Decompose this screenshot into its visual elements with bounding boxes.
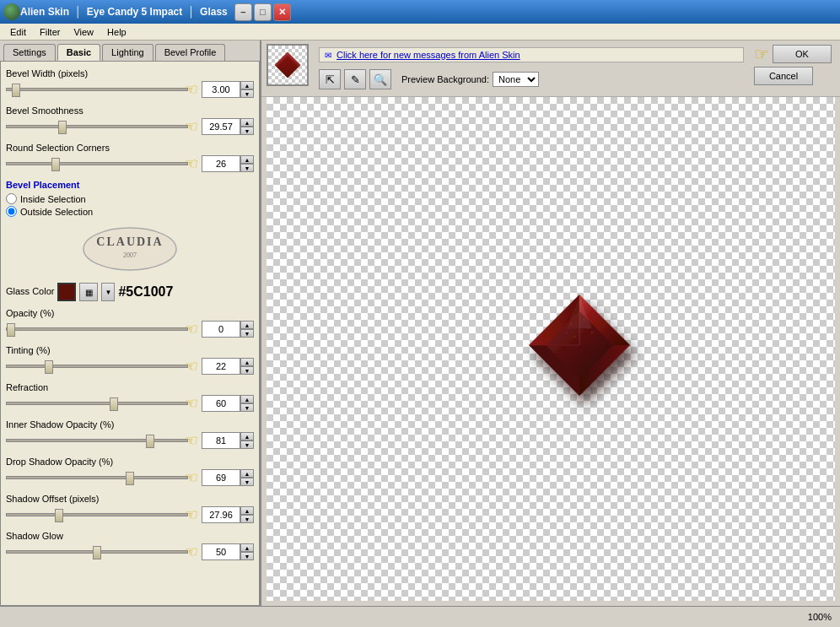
bevel-width-down[interactable]: ▼	[240, 89, 254, 98]
bevel-smoothness-input[interactable]: 29.57	[202, 118, 240, 135]
preview-toolbar: ⇱ ✎ 🔍 Preview Background: None Black Whi…	[314, 66, 749, 93]
shadow-offset-up[interactable]: ▲	[240, 506, 254, 515]
refraction-down[interactable]: ▼	[240, 403, 254, 412]
bevel-smoothness-spinner: 29.57 ▲ ▼	[202, 118, 254, 135]
shadow-glow-up[interactable]: ▲	[240, 543, 254, 552]
glass-color-grid-button[interactable]: ▦	[79, 283, 98, 301]
shadow-glow-input[interactable]: 50	[202, 543, 240, 560]
glass-color-dropdown[interactable]: ▼	[101, 283, 115, 301]
bevel-smoothness-down[interactable]: ▼	[240, 127, 254, 135]
outside-selection-row: Outside Selection	[6, 206, 254, 217]
drop-shadow-up[interactable]: ▲	[240, 469, 254, 478]
opacity-down[interactable]: ▼	[240, 329, 254, 338]
zoom-fit-button[interactable]: ⇱	[319, 69, 341, 89]
gem-preview	[512, 282, 647, 417]
ok-cursor-icon: ☞	[754, 44, 769, 64]
inner-shadow-cursor-icon: ☞	[185, 431, 198, 450]
ok-cancel-buttons: ☞ OK Cancel	[754, 44, 832, 85]
round-corners-row: Round Selection Corners ☞ 26 ▲ ▼	[6, 143, 254, 173]
tab-bar: Settings Basic Lighting Bevel Profile	[0, 41, 260, 61]
shadow-offset-slider[interactable]	[6, 508, 188, 522]
outside-selection-radio[interactable]	[6, 206, 17, 217]
messages-link[interactable]: Click here for new messages from Alien S…	[337, 50, 520, 60]
opacity-slider[interactable]	[6, 322, 188, 336]
shadow-glow-spinner: 50 ▲ ▼	[202, 543, 254, 560]
shadow-offset-row: Shadow Offset (pixels) ☞ 27.96 ▲ ▼	[6, 494, 254, 524]
opacity-row: Opacity (%) ☞ 0 ▲ ▼	[6, 308, 254, 338]
svg-point-14	[565, 331, 568, 333]
round-corners-input[interactable]: 26	[202, 155, 240, 172]
bevel-width-slider[interactable]	[6, 83, 188, 96]
refraction-input[interactable]: 60	[202, 395, 240, 412]
refraction-slider[interactable]	[6, 397, 188, 410]
menu-edit[interactable]: Edit	[3, 25, 33, 39]
refraction-up[interactable]: ▲	[240, 395, 254, 403]
inner-shadow-row: Inner Shadow Opacity (%) ☞ 81 ▲ ▼	[6, 419, 254, 450]
close-button[interactable]: ✕	[273, 3, 291, 21]
shadow-glow-down[interactable]: ▼	[240, 552, 254, 560]
zoom-tool-button[interactable]: 🔍	[369, 69, 391, 89]
minimize-button[interactable]: –	[234, 3, 252, 21]
bevel-smoothness-up[interactable]: ▲	[240, 118, 254, 127]
preview-canvas	[267, 97, 835, 601]
preview-thumbnail	[267, 44, 309, 86]
tinting-cursor-icon: ☞	[185, 357, 198, 376]
bevel-width-cursor-icon: ☞	[185, 80, 198, 99]
refraction-cursor-icon: ☞	[185, 394, 198, 413]
tinting-spinner: 22 ▲ ▼	[202, 358, 254, 375]
drop-shadow-input[interactable]: 69	[202, 469, 240, 486]
panel-content: Bevel Width (pixels) ☞ 3.00 ▲ ▼ Bevel Sm…	[0, 61, 260, 606]
pan-tool-button[interactable]: ✎	[344, 69, 366, 89]
tab-bevel-profile[interactable]: Bevel Profile	[155, 44, 226, 61]
ok-button[interactable]: OK	[773, 45, 832, 63]
round-corners-slider[interactable]	[6, 157, 188, 170]
zoom-level: 100%	[808, 612, 832, 622]
bevel-width-input[interactable]: 3.00	[202, 81, 240, 98]
glass-color-hex: #5C1007	[118, 284, 173, 300]
title-text: Alien Skin │ Eye Candy 5 Impact │ Glass	[20, 6, 228, 18]
tinting-up[interactable]: ▲	[240, 358, 254, 366]
inner-shadow-down[interactable]: ▼	[240, 441, 254, 449]
opacity-spinner: 0 ▲ ▼	[202, 321, 254, 338]
main-layout: Settings Basic Lighting Bevel Profile Be…	[0, 41, 840, 606]
menu-help[interactable]: Help	[100, 25, 133, 39]
svg-point-0	[83, 228, 176, 270]
opacity-input[interactable]: 0	[202, 321, 240, 338]
inner-shadow-input[interactable]: 81	[202, 432, 240, 449]
round-corners-up[interactable]: ▲	[240, 155, 254, 164]
tab-settings[interactable]: Settings	[3, 44, 56, 61]
drop-shadow-label: Drop Shadow Opacity (%)	[6, 457, 254, 467]
shadow-offset-input[interactable]: 27.96	[202, 506, 240, 523]
drop-shadow-down[interactable]: ▼	[240, 478, 254, 486]
tinting-slider[interactable]	[6, 359, 188, 373]
tinting-down[interactable]: ▼	[240, 366, 254, 375]
menubar: Edit Filter View Help	[0, 24, 840, 41]
opacity-label: Opacity (%)	[6, 308, 254, 318]
svg-point-12	[590, 331, 593, 333]
svg-text:CLAUDIA: CLAUDIA	[96, 235, 163, 248]
shadow-glow-label: Shadow Glow	[6, 531, 254, 541]
header-area: ✉ Click here for new messages from Alien…	[261, 41, 840, 97]
menu-view[interactable]: View	[67, 25, 100, 39]
app-icon	[3, 3, 20, 20]
bevel-smoothness-slider[interactable]	[6, 120, 188, 133]
menu-filter[interactable]: Filter	[33, 25, 67, 39]
opacity-up[interactable]: ▲	[240, 321, 254, 329]
tinting-input[interactable]: 22	[202, 358, 240, 375]
drop-shadow-slider[interactable]	[6, 471, 188, 484]
glass-color-swatch[interactable]	[57, 283, 76, 301]
shadow-offset-down[interactable]: ▼	[240, 515, 254, 523]
inner-shadow-slider[interactable]	[6, 434, 188, 447]
preview-bg-select[interactable]: None Black White Gray	[493, 72, 539, 87]
shadow-glow-slider[interactable]	[6, 545, 188, 559]
inside-selection-radio[interactable]	[6, 193, 17, 204]
cancel-button[interactable]: Cancel	[754, 67, 813, 85]
bevel-width-up[interactable]: ▲	[240, 81, 254, 89]
inner-shadow-up[interactable]: ▲	[240, 432, 254, 441]
tab-basic[interactable]: Basic	[57, 44, 100, 61]
round-corners-label: Round Selection Corners	[6, 143, 254, 153]
maximize-button[interactable]: □	[254, 3, 272, 21]
round-corners-down[interactable]: ▼	[240, 164, 254, 172]
tab-lighting[interactable]: Lighting	[102, 44, 153, 61]
bevel-width-row: Bevel Width (pixels) ☞ 3.00 ▲ ▼	[6, 68, 254, 99]
